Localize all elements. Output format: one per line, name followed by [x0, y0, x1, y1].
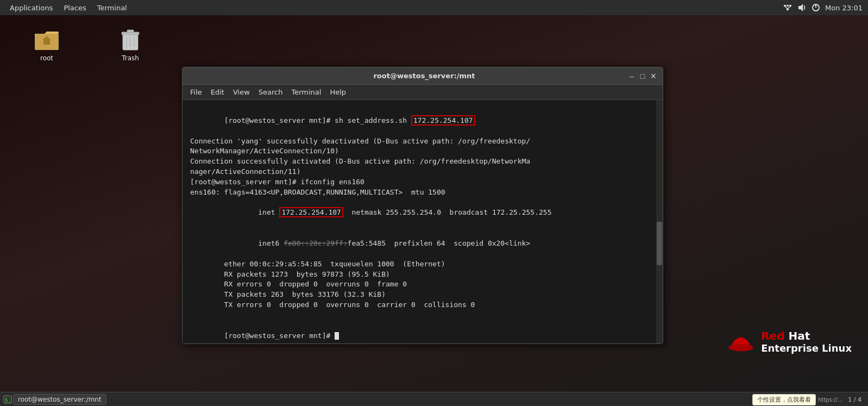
minimize-button[interactable]: –	[628, 72, 636, 80]
scrollbar-thumb[interactable]	[657, 222, 662, 265]
ip-highlight-1: 172.25.254.107	[411, 115, 475, 126]
view-menu[interactable]: View	[229, 87, 254, 97]
folder-icon-img	[34, 26, 60, 52]
cursor	[335, 332, 339, 340]
ip-highlight-2: 172.25.254.107	[279, 207, 343, 217]
svg-rect-0	[784, 5, 786, 7]
taskbar-terminal-item[interactable]: root@westos_server:/mnt	[13, 394, 106, 405]
inet-prefix: inet	[224, 208, 280, 216]
terminal-scrollbar[interactable]	[656, 100, 663, 343]
terminal-line-4: Connection successfully activated (D-Bus…	[190, 157, 655, 167]
terminal-line-rxerr: RX errors 0 dropped 0 overruns 0 frame 0	[190, 279, 655, 290]
power-icon	[811, 3, 821, 13]
maximize-button[interactable]: □	[639, 72, 646, 80]
terminal-line-3: NetworkManager/ActiveConnection/10)	[190, 146, 655, 157]
svg-rect-14	[127, 30, 134, 33]
window-controls: – □ ✕	[628, 72, 657, 80]
redhat-line2: Enterprise Linux	[761, 342, 852, 354]
top-menubar: Applications Places Terminal Mon 23:01	[0, 0, 868, 15]
search-menu[interactable]: Search	[254, 87, 287, 97]
taskbar: $_ root@westos_server:/mnt 个性设置，点我看看 htt…	[0, 392, 868, 406]
volume-icon	[797, 3, 807, 13]
root-folder-label: root	[40, 54, 53, 62]
svg-marker-6	[798, 4, 803, 11]
svg-rect-1	[787, 5, 789, 7]
inet-suffix: netmask 255.255.254.0 broadcast 172.25.2…	[343, 208, 552, 216]
terminal-title: root@westos_server:/mnt	[221, 72, 628, 80]
help-menu[interactable]: Help	[325, 87, 350, 97]
trash-icon-img	[117, 26, 143, 52]
redhat-line1: Red Hat	[761, 329, 852, 342]
inet6-prefix: inet6	[224, 239, 284, 247]
terminal-line-tx: TX packets 263 bytes 33176 (32.3 KiB)	[190, 290, 655, 300]
taskbar-right: 个性设置，点我看看 https://... 1 / 4	[752, 392, 865, 406]
terminal-line-5: nager/ActiveConnection/11)	[190, 167, 655, 177]
taskbar-terminal-icon: $_	[3, 395, 12, 404]
term-text-cmd: [root@westos_server mnt]# sh set_address…	[224, 116, 411, 124]
terminal-line-2: Connection 'yang' successfully deactivat…	[190, 136, 655, 147]
desktop: root Trash root@westos_server:/mnt	[0, 15, 868, 392]
terminal-line-txerr: TX errors 0 dropped 0 overruns 0 carrier…	[190, 300, 655, 310]
terminal-content[interactable]: [root@westos_server mnt]# sh set_address…	[183, 100, 663, 343]
terminal-titlebar: root@westos_server:/mnt – □ ✕	[183, 67, 663, 85]
terminal-line-ether: ether 00:0c:29:a5:54:85 txqueuelen 1000 …	[190, 259, 655, 270]
redhat-logo: Red Hat Enterprise Linux	[727, 329, 852, 354]
redhat-hat-icon	[727, 331, 754, 353]
terminal-menubar: File Edit View Search Terminal Help	[183, 85, 663, 100]
desktop-icon-root[interactable]: root	[25, 26, 68, 62]
notification-box[interactable]: 个性设置，点我看看	[752, 394, 816, 405]
desktop-icon-trash[interactable]: Trash	[109, 26, 152, 62]
svg-text:$_: $_	[5, 397, 11, 403]
terminal-submenu[interactable]: Terminal	[287, 87, 325, 97]
inet6-suffix: fea5:5485 prefixlen 64 scopeid 0x20<link…	[348, 239, 531, 247]
terminal-line-rx: RX packets 1273 bytes 97873 (95.5 KiB)	[190, 270, 655, 280]
terminal-line-blank	[190, 310, 655, 321]
prompt-text: [root@westos_server mnt]#	[224, 332, 335, 340]
trash-label: Trash	[122, 54, 139, 62]
file-menu[interactable]: File	[186, 87, 206, 97]
redhat-brand-text: Red Hat Enterprise Linux	[761, 329, 852, 354]
network-icon	[783, 3, 792, 13]
terminal-line-inet6: inet6 fe80::20c:29ff:fea5:5485 prefixlen…	[190, 228, 655, 259]
terminal-line-6: [root@westos_server mnt]# ifconfig ens16…	[190, 177, 655, 188]
taskbar-terminal-label: root@westos_server:/mnt	[18, 396, 102, 403]
inet6-highlight: fe80::20c:29ff:	[284, 239, 347, 247]
svg-rect-2	[789, 5, 791, 7]
url-preview: https://...	[818, 397, 842, 403]
close-button[interactable]: ✕	[650, 72, 657, 80]
edit-menu[interactable]: Edit	[206, 87, 229, 97]
clock-display: Mon 23:01	[825, 4, 863, 12]
applications-menu[interactable]: Applications	[4, 3, 58, 13]
red-text: Red	[761, 329, 784, 342]
svg-rect-18	[123, 34, 138, 50]
hat-text: Hat	[788, 329, 810, 342]
terminal-line-prompt: [root@westos_server mnt]#	[190, 321, 655, 343]
places-menu[interactable]: Places	[58, 3, 91, 13]
svg-line-3	[785, 7, 788, 9]
terminal-line-cmd: [root@westos_server mnt]# sh set_address…	[190, 105, 655, 136]
page-indicator: 1 / 4	[845, 395, 865, 404]
svg-rect-5	[787, 9, 789, 10]
terminal-window: root@westos_server:/mnt – □ ✕ File Edit …	[182, 67, 663, 344]
terminal-line-inet: inet 172.25.254.107 netmask 255.255.254.…	[190, 198, 655, 229]
top-right-area: Mon 23:01	[783, 0, 863, 15]
terminal-line-7: ens160: flags=4163<UP,BROADCAST,RUNNING,…	[190, 188, 655, 198]
svg-line-4	[788, 7, 790, 9]
terminal-menu-top[interactable]: Terminal	[92, 3, 133, 13]
